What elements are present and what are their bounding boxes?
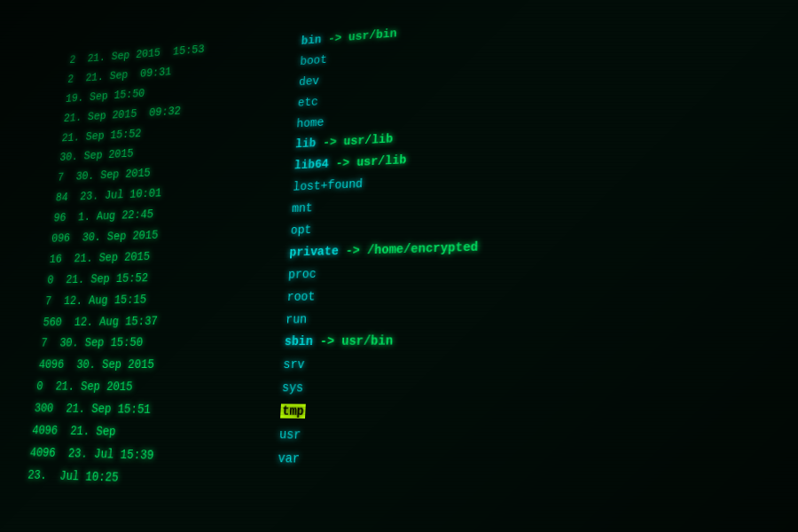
- tmp-highlight: tmp: [280, 404, 306, 419]
- line-14: 560 12. Aug 15:37: [42, 309, 270, 334]
- dir-srv: srv: [283, 353, 798, 379]
- left-column: 2 21. Sep 2015 15:53 2 21. Sep 09:31 19.…: [16, 33, 286, 528]
- line-17: 0 21. Sep 2015: [35, 377, 266, 401]
- right-column: bin -> usr/bin boot dev etc home lib -> …: [257, 0, 798, 532]
- line-18: 300 21. Sep 15:51: [34, 398, 265, 424]
- terminal-screen: 2 21. Sep 2015 15:53 2 21. Sep 09:31 19.…: [0, 0, 798, 532]
- line-13: 7 12. Aug 15:15: [44, 286, 271, 312]
- terminal-output: 2 21. Sep 2015 15:53 2 21. Sep 09:31 19.…: [15, 0, 798, 532]
- terminal-content: 2 21. Sep 2015 15:53 2 21. Sep 09:31 19.…: [15, 0, 798, 532]
- line-15: 7 30. Sep 15:50: [40, 332, 269, 355]
- dir-sbin: sbin -> usr/bin: [284, 326, 798, 354]
- line-21: 23. Jul 10:25: [27, 465, 261, 495]
- line-16: 4096 30. Sep 2015: [38, 355, 268, 378]
